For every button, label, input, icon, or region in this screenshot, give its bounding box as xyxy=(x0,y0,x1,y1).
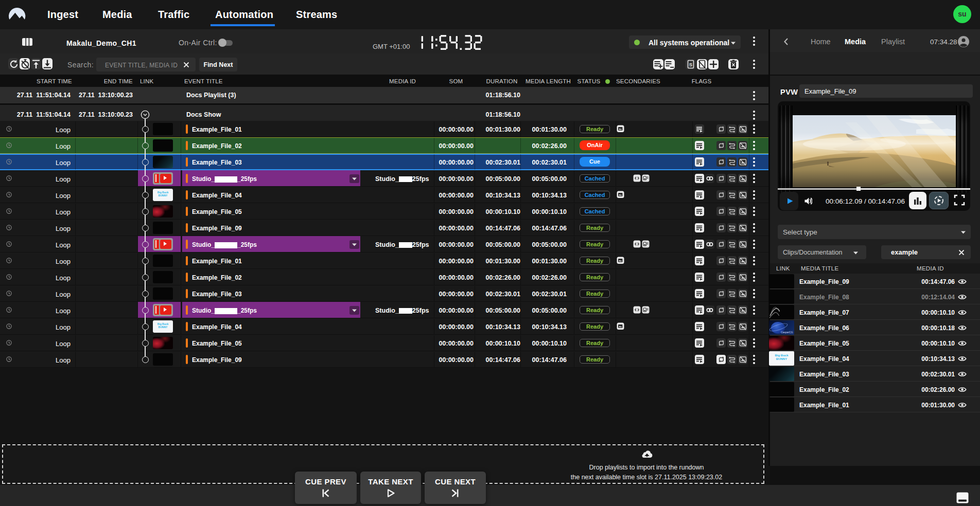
svg-text:S: S xyxy=(689,62,692,67)
